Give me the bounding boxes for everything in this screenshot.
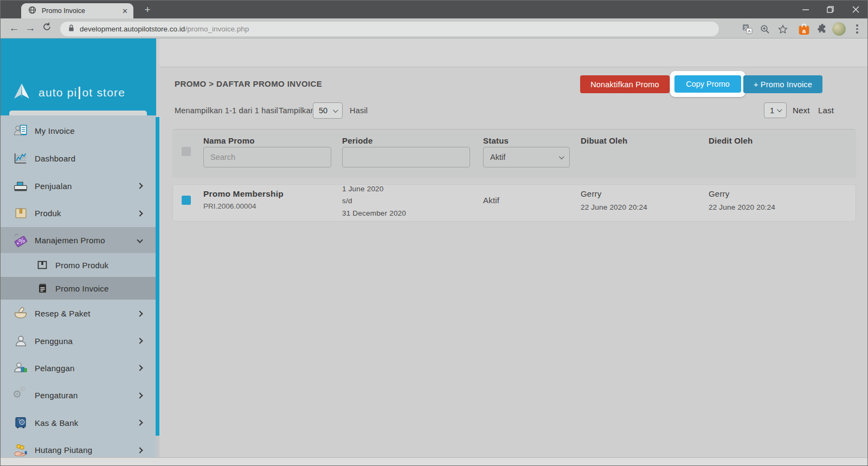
sidebar-item-dashboard[interactable]: Dashboard (1, 145, 156, 172)
row-edited-at: 22 June 2020 20:24 (709, 203, 775, 211)
tab-close-icon[interactable]: ✕ (122, 7, 128, 15)
chevron-right-icon (137, 210, 143, 216)
page-size-select[interactable]: 50 (313, 102, 343, 119)
sidebar-item-penjualan[interactable]: Penjualan (1, 172, 156, 199)
url-bar[interactable]: development.autopilotstore.co.id/promo_i… (60, 22, 719, 36)
user-icon (12, 333, 29, 349)
column-header-diedit-oleh: Diedit Oleh (709, 136, 753, 145)
content-background (159, 67, 868, 457)
browser-menu-kebab-icon[interactable] (850, 22, 865, 36)
chevron-right-icon (137, 183, 143, 189)
extensions-puzzle-icon[interactable] (814, 22, 829, 36)
row-created-at: 22 June 2020 20:24 (581, 203, 647, 211)
pagination-last-link[interactable]: Last (818, 106, 834, 115)
sidebar-menu: My Invoice Dashboard Penjualan Produk (1, 115, 156, 457)
window-close-button[interactable] (844, 1, 867, 18)
paper-plane-logo-icon (12, 83, 31, 102)
row-created-by: Gerry (581, 189, 602, 198)
lock-icon (68, 24, 75, 34)
sidebar-item-kas-bank[interactable]: ? Kas & Bank (1, 409, 156, 436)
copy-promo-highlight-box: Copy Promo (670, 71, 745, 97)
shop-extension-icon[interactable]: a (796, 22, 812, 36)
row-checkbox-checked[interactable] (182, 196, 191, 205)
new-tab-button[interactable]: + (140, 3, 155, 17)
zoom-icon[interactable] (757, 22, 773, 36)
column-header-nama-promo: Nama Promo (203, 136, 255, 145)
safe-icon: ? (12, 415, 29, 431)
customer-icon (12, 360, 29, 376)
chevron-down-icon (559, 154, 564, 159)
promo-invoice-icon (35, 281, 49, 295)
forward-icon[interactable]: → (22, 22, 38, 34)
add-promo-invoice-button[interactable]: + Promo Invoice (743, 75, 822, 93)
sidebar-item-resep-paket[interactable]: Resep & Paket (1, 300, 156, 327)
results-summary: Menampilkan 1-1 dari 1 hasil (175, 106, 278, 115)
sidebar-item-produk[interactable]: Produk (1, 199, 156, 227)
svg-text:a: a (802, 27, 806, 34)
chevron-down-icon (333, 107, 338, 113)
sidebar-scrollbar-thumb[interactable] (156, 117, 159, 436)
product-box-icon (12, 205, 29, 222)
sidebar-item-hutang-piutang[interactable]: Hutang Piutang (1, 436, 156, 457)
sidebar-item-my-invoice[interactable]: My Invoice (1, 117, 156, 145)
tab-title: Promo Invoice (42, 7, 122, 15)
row-period-start: 1 June 2020 (342, 185, 384, 193)
row-promo-name[interactable]: Promo Membership (203, 189, 284, 199)
gears-icon: ⚙⚙ (12, 387, 29, 404)
window-bottom-edge (1, 457, 868, 466)
promo-tag-icon (12, 232, 29, 248)
sidebar-item-pengguna[interactable]: Pengguna (1, 327, 156, 354)
periode-filter-input[interactable] (342, 147, 470, 167)
sidebar-item-pelanggan[interactable]: Pelanggan (1, 354, 156, 381)
back-icon[interactable]: ← (6, 22, 22, 34)
show-label: Tampilkan (279, 106, 315, 115)
copy-promo-button[interactable]: Copy Promo (674, 75, 741, 93)
profile-avatar[interactable] (831, 22, 846, 36)
reload-icon[interactable] (38, 22, 55, 34)
promo-produk-icon (35, 258, 49, 272)
sidebar-item-pengaturan[interactable]: ⚙⚙ Pengaturan (1, 381, 156, 409)
page-number-select[interactable]: 1 (764, 102, 787, 118)
chevron-down-icon (777, 107, 782, 112)
sidebar-scrollbar-track (156, 436, 159, 457)
brand-logo: auto piot store (12, 83, 125, 102)
globe-favicon-icon (28, 6, 36, 16)
column-header-periode: Periode (342, 136, 372, 145)
translate-icon[interactable]: 文A (740, 22, 755, 36)
chevron-down-icon (137, 237, 143, 243)
window-minimize-button[interactable] (794, 1, 817, 18)
chevron-right-icon (137, 419, 143, 425)
select-all-checkbox[interactable] (182, 147, 191, 156)
svg-text:A: A (748, 29, 751, 34)
row-promo-code: PRI.2006.00004 (203, 202, 256, 210)
svg-text:?: ? (18, 418, 20, 422)
window-restore-button[interactable] (819, 1, 841, 18)
cash-register-icon (12, 178, 29, 194)
chevron-right-icon (137, 338, 143, 344)
sidebar-item-promo-produk[interactable]: Promo Produk (1, 253, 156, 277)
browser-tab-bar: Promo Invoice ✕ + (1, 1, 868, 18)
chevron-right-icon (137, 447, 143, 453)
hand-coins-icon (12, 442, 29, 458)
status-filter-select[interactable]: Aktif (483, 147, 570, 167)
bookmark-star-icon[interactable] (775, 22, 790, 36)
mortar-pestle-icon (12, 306, 29, 322)
browser-tab[interactable]: Promo Invoice ✕ (21, 3, 133, 18)
chevron-right-icon (137, 365, 143, 371)
my-invoice-icon (12, 123, 29, 139)
pagination-next-link[interactable]: Next (793, 106, 810, 115)
sidebar-item-manajemen-promo[interactable]: Manajemen Promo (1, 227, 156, 253)
nama-promo-filter-input[interactable] (203, 147, 331, 167)
breadcrumb: PROMO > DAFTAR PROMO INVOICE (175, 79, 322, 88)
deactivate-promo-button[interactable]: Nonaktifkan Promo (580, 75, 670, 93)
sidebar-item-promo-invoice[interactable]: Promo Invoice (1, 277, 156, 300)
brand-name: auto piot store (38, 86, 125, 99)
row-edited-by: Gerry (709, 189, 730, 198)
column-header-dibuat-oleh: Dibuat Oleh (581, 136, 627, 145)
dashboard-icon (12, 151, 29, 167)
sidebar-header: auto piot store outlet-5 Log out (1, 38, 156, 115)
browser-window: Promo Invoice ✕ + ← → development.autopi… (0, 0, 868, 466)
results-unit-label: Hasil (350, 106, 368, 115)
chevron-right-icon (137, 392, 143, 398)
row-period-separator: s/d (342, 197, 352, 205)
